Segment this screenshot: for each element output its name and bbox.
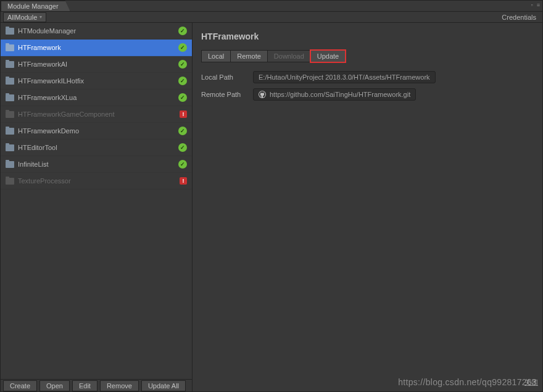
status-error-icon <box>180 177 187 185</box>
module-item[interactable]: InfiniteList <box>1 156 192 173</box>
status-ok-icon <box>178 127 187 135</box>
tab-update[interactable]: Update <box>310 50 346 62</box>
module-filter-dropdown[interactable]: AllModule <box>3 12 46 22</box>
module-name: HTFrameworkILHotfix <box>18 77 175 85</box>
local-path-row: Local Path E:/Hutao/UnityProject 2018.3.… <box>201 71 534 83</box>
local-path-value[interactable]: E:/Hutao/UnityProject 2018.3.0/HT/Assets… <box>253 71 436 83</box>
module-list: HTModuleManagerHTFrameworkHTFrameworkAIH… <box>1 23 192 379</box>
module-name: InfiniteList <box>18 161 175 168</box>
remote-path-label: Remote Path <box>201 91 247 98</box>
module-item[interactable]: HTFrameworkXLua <box>1 90 192 106</box>
window-tab[interactable]: Module Manager <box>1 1 70 11</box>
github-icon <box>259 91 266 98</box>
module-item[interactable]: HTFrameworkGameComponent <box>1 106 192 123</box>
remote-path-row: Remote Path https://github.com/SaiTingHu… <box>201 88 534 101</box>
edit-button[interactable]: Edit <box>72 380 97 391</box>
module-name: HTFrameworkXLua <box>18 94 175 101</box>
create-button[interactable]: Create <box>3 380 37 391</box>
status-ok-icon <box>178 43 187 52</box>
module-item[interactable]: HTModuleManager <box>1 23 192 40</box>
folder-icon <box>6 161 14 168</box>
open-button[interactable]: Open <box>39 380 70 391</box>
toolbar: AllModule Credentials <box>1 12 542 23</box>
folder-icon <box>6 144 14 151</box>
module-item[interactable]: HTEditorTool <box>1 140 192 156</box>
status-ok-icon <box>178 160 187 169</box>
folder-icon <box>6 44 14 51</box>
maximize-icon[interactable]: ≡ <box>537 2 540 8</box>
dock-icon[interactable]: ▫ <box>531 2 533 8</box>
folder-icon <box>6 28 14 35</box>
detail-tabs: Local Remote Download Update <box>201 50 534 62</box>
status-ok-icon <box>178 93 187 102</box>
close-link[interactable]: 关闭 <box>524 378 538 387</box>
sidebar: HTModuleManagerHTFrameworkHTFrameworkAIH… <box>1 23 193 391</box>
module-name: HTModuleManager <box>18 27 175 35</box>
folder-icon <box>6 128 14 135</box>
module-item[interactable]: HTFramework <box>1 40 192 56</box>
remote-path-value[interactable]: https://github.com/SaiTingHu/HTFramework… <box>253 88 416 101</box>
folder-icon <box>6 94 14 101</box>
status-ok-icon <box>178 77 187 85</box>
status-ok-icon <box>178 60 187 69</box>
module-name: HTFrameworkGameComponent <box>18 111 176 118</box>
module-item[interactable]: TextureProcessor <box>1 173 192 190</box>
detail-title: HTFramework <box>201 31 534 41</box>
local-path-label: Local Path <box>201 73 247 81</box>
module-item[interactable]: HTFrameworkILHotfix <box>1 73 192 90</box>
tab-local[interactable]: Local <box>201 50 231 62</box>
detail-panel: HTFramework Local Remote Download Update… <box>193 23 542 391</box>
folder-icon <box>6 78 14 85</box>
module-name: HTFrameworkAI <box>18 60 175 68</box>
folder-icon <box>6 111 14 118</box>
folder-icon <box>6 61 14 68</box>
tab-remote[interactable]: Remote <box>230 50 268 62</box>
module-name: HTFrameworkDemo <box>18 127 175 135</box>
window-controls: ▫ ≡ <box>531 2 540 8</box>
remove-button[interactable]: Remove <box>100 380 139 391</box>
module-item[interactable]: HTFrameworkDemo <box>1 123 192 140</box>
status-ok-icon <box>178 143 187 152</box>
module-name: HTEditorTool <box>18 144 175 151</box>
status-ok-icon <box>178 27 187 35</box>
titlebar: Module Manager ▫ ≡ <box>1 1 542 12</box>
module-name: HTFramework <box>18 44 175 51</box>
update-all-button[interactable]: Update All <box>141 380 186 391</box>
module-item[interactable]: HTFrameworkAI <box>1 56 192 73</box>
tab-download[interactable]: Download <box>267 50 311 62</box>
credentials-link[interactable]: Credentials <box>502 14 540 21</box>
folder-icon <box>6 178 14 185</box>
sidebar-bottom-bar: Create Open Edit Remove Update All <box>1 379 192 391</box>
module-name: TextureProcessor <box>18 177 176 185</box>
status-error-icon <box>180 111 187 118</box>
